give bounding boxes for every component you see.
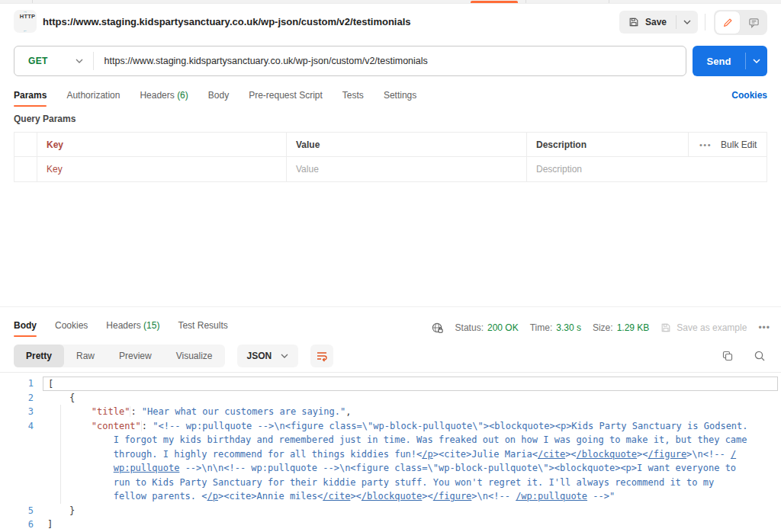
text-wrap-button[interactable] [310,345,333,367]
bulk-edit-button[interactable]: Bulk Edit [721,139,757,150]
response-view-bar: Pretty Raw Preview Visualize JSON [14,345,333,367]
send-button-group: Send [693,46,767,76]
view-raw[interactable]: Raw [64,345,107,367]
chevron-down-icon [76,59,83,63]
response-more-options-icon[interactable]: ••• [758,322,770,333]
request-url-bar: GET https://www.staging.kidspartysanctua… [14,46,686,76]
request-toolbar [714,10,767,35]
response-code-lines: 1[2 {3 "title": "Hear what our customers… [0,377,781,532]
workspace-tab-strip [0,0,781,4]
comment-icon [748,17,760,28]
more-options-icon[interactable]: ••• [699,140,712,149]
tab-pre-request-script[interactable]: Pre-request Script [249,85,323,109]
chevron-down-icon [753,59,760,63]
tab-response-cookies[interactable]: Cookies [55,316,88,339]
time-badge: Time: 3.30 s [530,322,581,333]
line-number: 3 [0,405,43,419]
copy-button[interactable] [722,350,734,362]
tab-divider [609,0,609,3]
edit-button[interactable] [715,11,740,34]
line-number: 4 [0,419,43,434]
code-line: through. I highly recommend for all thin… [0,447,781,462]
comment-button[interactable] [741,11,766,34]
method-selector-caret[interactable] [76,59,83,63]
code-line: 4 "content": "<!-- wp:pullquote -->\n<fi… [0,419,781,434]
request-title: https://www.staging.kidspartysanctuary.c… [43,16,411,27]
postman-window: → HTTP ← https://www.staging.kidspartysa… [0,0,781,532]
search-button[interactable] [754,350,766,362]
arrow-left-icon: ← [23,29,27,33]
section-divider [0,306,781,307]
tab-body[interactable]: Body [208,85,229,109]
table-row: Key Value Description [14,157,767,181]
tab-settings[interactable]: Settings [384,85,416,109]
key-input[interactable]: Key [37,157,287,181]
view-pretty[interactable]: Pretty [14,345,64,367]
tab-response-body[interactable]: Body [14,316,37,339]
response-action-icons [722,345,766,367]
copy-icon [722,350,734,362]
url-input[interactable]: https://www.staging.kidspartysanctuary.c… [104,56,428,66]
column-header-description: Description [527,133,689,156]
bulk-edit-area: ••• Bulk Edit [689,133,767,156]
line-number [0,433,43,447]
line-number: 6 [0,518,43,532]
status-badge: Status: 200 OK [455,322,519,333]
response-headers-count-badge: (15) [143,320,159,331]
pencil-icon [722,18,733,28]
format-select[interactable]: JSON [237,345,299,367]
view-mode-segmented-control: Pretty Raw Preview Visualize [14,345,225,367]
code-line: fellow parents. </p><cite>Annie miles</c… [0,489,781,504]
query-params-title: Query Params [14,114,76,124]
view-preview[interactable]: Preview [107,345,164,367]
http-method-icon: → HTTP ← [14,10,37,33]
code-line: run to Kids Party Sanctuary for their ki… [0,476,781,490]
tab-headers[interactable]: Headers (6) [140,85,188,109]
send-button[interactable]: Send [693,56,745,67]
code-line: 2 { [0,391,781,405]
query-params-table: Key Value Description ••• Bulk Edit Key … [14,132,767,182]
chevron-down-icon [683,20,691,24]
code-line: wp:pullquote -->\n\n<!-- wp:pullquote --… [0,461,781,476]
save-button-group: Save [619,11,698,34]
floppy-icon [628,17,639,27]
view-visualize[interactable]: Visualize [164,345,225,367]
save-as-example-button[interactable]: Save as example [660,322,747,333]
headers-count-badge: (6) [177,90,188,101]
line-number: 1 [0,377,43,391]
column-header-value: Value [287,133,527,156]
method-selector[interactable]: GET [28,56,48,66]
code-line: 5 } [0,504,781,518]
request-tabs: Params Authorization Headers (6) Body Pr… [14,85,416,109]
save-label: Save [645,17,667,27]
divider [705,14,705,30]
value-input[interactable]: Value [287,157,527,181]
cookies-link[interactable]: Cookies [731,90,767,101]
tab-response-headers[interactable]: Headers (15) [106,316,159,339]
send-options-button[interactable] [746,59,767,63]
line-number: 2 [0,391,43,405]
chevron-down-icon [281,354,288,358]
search-icon [754,350,766,362]
response-tabs: Body Cookies Headers (15) Test Results [14,316,228,339]
line-number [0,461,43,476]
tab-divider [525,0,526,3]
floppy-icon [660,322,671,333]
tab-params[interactable]: Params [14,85,47,109]
save-options-button[interactable] [677,11,698,34]
row-handle-column [14,133,37,156]
indent-guide [60,405,61,504]
line-number [0,476,43,490]
row-handle[interactable] [14,157,37,181]
network-globe-icon [431,322,444,335]
tab-test-results[interactable]: Test Results [178,316,227,339]
active-tab-indicator [471,1,518,3]
description-input[interactable]: Description [527,157,767,181]
save-button[interactable]: Save [619,11,676,34]
text-wrap-icon [316,350,328,362]
response-body-editor[interactable]: 1[2 {3 "title": "Hear what our customers… [0,372,781,532]
line-number [0,447,43,462]
column-header-key: Key [37,133,287,156]
tab-tests[interactable]: Tests [342,85,364,109]
tab-authorization[interactable]: Authorization [66,85,120,109]
